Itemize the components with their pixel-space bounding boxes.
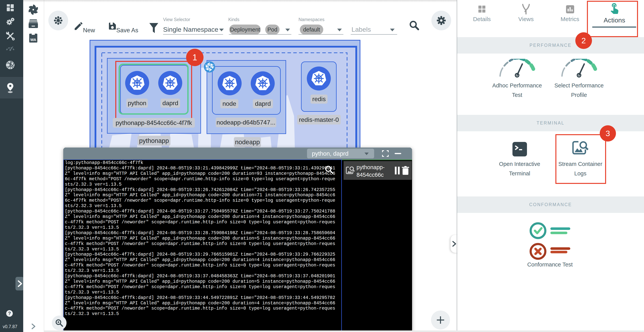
svg-text:WA: WA: [30, 38, 36, 42]
svg-text:?: ?: [8, 311, 11, 316]
